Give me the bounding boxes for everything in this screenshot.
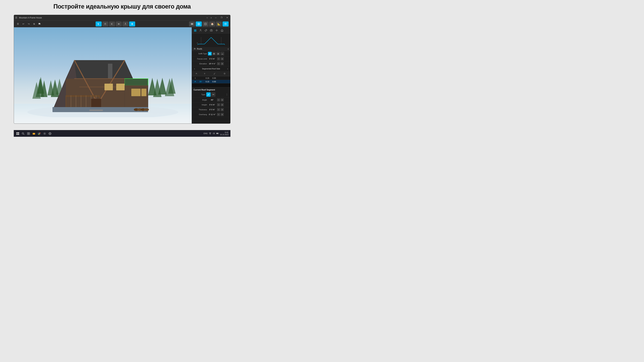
current-roof-segment-title: Current Roof Segment bbox=[192, 87, 230, 92]
angle-row: Angle 49° − + bbox=[192, 97, 230, 102]
angle-label: Angle bbox=[194, 99, 207, 101]
toolbar-center bbox=[42, 21, 188, 26]
redo-btn[interactable]: ↪ bbox=[26, 22, 31, 26]
segment-row-1[interactable]: 0.15 0.00 bbox=[192, 76, 230, 80]
roof-section-icon bbox=[194, 48, 196, 50]
type-btn-slope[interactable] bbox=[206, 92, 211, 97]
svg-marker-134 bbox=[213, 133, 214, 134]
3d-cube-btn[interactable] bbox=[222, 21, 228, 26]
svg-rect-53 bbox=[108, 63, 112, 79]
height-label: Height bbox=[194, 104, 207, 106]
elevation-decrement[interactable]: − bbox=[217, 62, 220, 65]
overhang-label: Overhang bbox=[194, 113, 207, 115]
thickness-label: Thickness bbox=[194, 109, 207, 111]
height-stepper: 0′ 6 ⅜″ − + bbox=[208, 103, 224, 106]
svg-rect-67 bbox=[104, 84, 113, 90]
taskview-btn[interactable] bbox=[26, 132, 30, 136]
person-tool-btn[interactable] bbox=[122, 21, 128, 26]
minimize-btn[interactable]: — bbox=[214, 16, 218, 19]
connect-tool-btn[interactable] bbox=[102, 21, 108, 26]
thickness-increment[interactable]: + bbox=[221, 108, 224, 111]
svg-rect-84 bbox=[210, 30, 212, 31]
type-buttons bbox=[206, 92, 224, 97]
system-tray: ENG 9:41 10.10.2023 bbox=[204, 131, 228, 136]
eye-tool-btn[interactable] bbox=[116, 21, 122, 26]
elevation-btn[interactable]: 📐 bbox=[216, 21, 222, 26]
cart-btn[interactable]: ⛟ bbox=[37, 22, 42, 26]
taskbar: ENG 9:41 10.10.2023 bbox=[14, 130, 230, 137]
right-panel: F Roofs ▾ Soffit Type bbox=[192, 27, 230, 124]
angle-stepper: 49° − + bbox=[208, 98, 224, 101]
language-indicator: ENG bbox=[204, 132, 208, 134]
fascia-limit-label: Fascia Limit bbox=[194, 58, 207, 60]
svg-rect-117 bbox=[18, 132, 19, 133]
soffit-btn-3[interactable] bbox=[216, 52, 220, 55]
explorer-btn[interactable] bbox=[32, 132, 36, 136]
scissors-tool-btn[interactable] bbox=[109, 21, 115, 26]
overhang-decrement[interactable]: − bbox=[217, 113, 220, 116]
overhang-stepper: 0′ 11 ¼″ − + bbox=[208, 113, 224, 116]
height-increment[interactable]: + bbox=[221, 103, 224, 106]
height-row: Height 0′ 6 ⅜″ − + bbox=[192, 102, 230, 107]
svg-line-93 bbox=[204, 37, 211, 44]
segment-prev-btn[interactable]: ‹ bbox=[193, 67, 196, 70]
type-btn-flat[interactable] bbox=[211, 92, 216, 97]
globe-btn[interactable] bbox=[48, 132, 52, 136]
viewport[interactable] bbox=[14, 27, 192, 124]
svg-rect-81 bbox=[196, 31, 196, 31]
roofs-section-header[interactable]: Roofs ▾ bbox=[192, 47, 230, 51]
search-taskbar-btn[interactable] bbox=[21, 132, 25, 136]
svg-point-16 bbox=[132, 23, 133, 24]
2d-view-btn[interactable] bbox=[202, 21, 208, 26]
thickness-row: Thickness 0′ 5 ⅝″ − + bbox=[192, 107, 230, 112]
floor-plan-btn[interactable]: 🏠 bbox=[209, 21, 215, 26]
elevation-stepper: 18′ 4 ¼″ − + bbox=[208, 62, 224, 65]
svg-rect-91 bbox=[222, 31, 222, 31]
thickness-decrement[interactable]: − bbox=[217, 108, 220, 111]
page-heading: Постройте идеальную крышу для своего дом… bbox=[0, 0, 244, 12]
elevation-increment[interactable]: + bbox=[221, 62, 224, 65]
sun-tool-btn[interactable] bbox=[129, 21, 135, 26]
svg-rect-26 bbox=[192, 23, 192, 25]
restore-btn[interactable]: ❐ bbox=[220, 16, 224, 19]
svg-rect-70 bbox=[142, 89, 146, 96]
undo-btn[interactable]: ↩ bbox=[21, 22, 26, 26]
3d-view-btn[interactable] bbox=[196, 21, 202, 26]
start-btn[interactable] bbox=[16, 132, 20, 136]
sun-panel-icon[interactable] bbox=[214, 28, 219, 33]
library-btn[interactable] bbox=[189, 21, 195, 26]
house-panel-icon[interactable] bbox=[220, 28, 224, 33]
height-decrement[interactable]: − bbox=[217, 103, 220, 106]
settings-btn[interactable] bbox=[42, 132, 46, 136]
svg-rect-123 bbox=[29, 132, 30, 133]
tab-add-btn[interactable]: + bbox=[210, 16, 212, 19]
soffit-btn-1[interactable] bbox=[208, 52, 212, 55]
tab-close-btn[interactable]: × bbox=[206, 16, 208, 19]
svg-line-22 bbox=[133, 24, 133, 25]
house-illustration bbox=[14, 47, 192, 117]
close-btn[interactable]: ✕ bbox=[226, 16, 229, 19]
fascia-limit-decrement[interactable]: − bbox=[217, 57, 220, 60]
angle-increment[interactable]: + bbox=[221, 98, 224, 101]
soffit-btn-4[interactable] bbox=[220, 52, 224, 55]
segment-row-2[interactable]: 35° 0.15 0.00 bbox=[192, 80, 230, 83]
select-tool-btn[interactable] bbox=[96, 21, 102, 26]
svg-point-82 bbox=[200, 29, 201, 30]
properties-icon[interactable] bbox=[193, 28, 198, 33]
paint-icon[interactable] bbox=[204, 28, 208, 33]
person-icon[interactable] bbox=[198, 28, 203, 33]
angle-decrement[interactable]: − bbox=[217, 98, 220, 101]
type-more-btn[interactable]: ⋮ bbox=[225, 92, 228, 97]
svg-line-121 bbox=[24, 134, 24, 135]
fascia-limit-increment[interactable]: + bbox=[221, 57, 224, 60]
copy-btn[interactable]: ⧉ bbox=[32, 22, 36, 26]
menu-btn[interactable]: ☰ bbox=[16, 22, 20, 26]
svg-rect-69 bbox=[131, 89, 140, 96]
segment-next-btn[interactable]: › bbox=[226, 67, 229, 70]
overhang-increment[interactable]: + bbox=[221, 113, 224, 116]
soffit-btn-2[interactable] bbox=[212, 52, 216, 55]
toolbar-right: 🏠 📐 bbox=[189, 21, 228, 26]
camera-icon[interactable] bbox=[209, 28, 214, 33]
fascia-limit-row: Fascia Limit 0′ 5 ⅝″ − + bbox=[192, 56, 230, 61]
chrome-btn[interactable] bbox=[37, 132, 41, 136]
